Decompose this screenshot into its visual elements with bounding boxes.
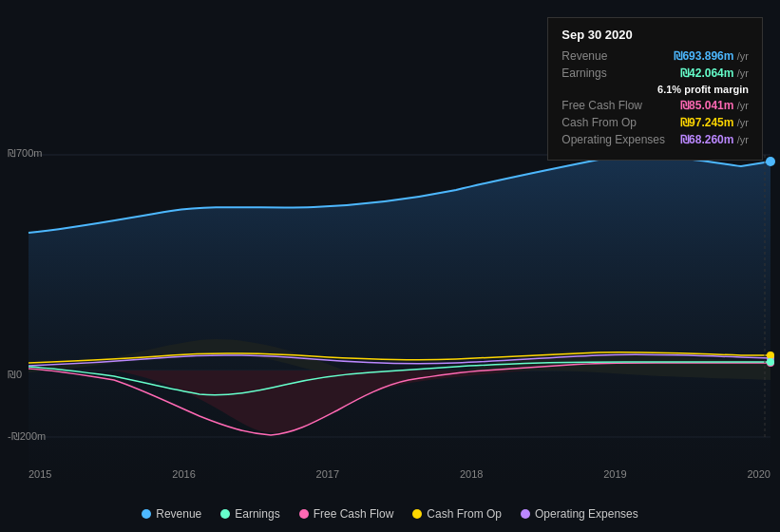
legend-fcf[interactable]: Free Cash Flow — [299, 507, 394, 521]
legend-cashfromop[interactable]: Cash From Op — [412, 507, 502, 521]
tooltip-fcf-row: Free Cash Flow ₪85.041m /yr — [561, 99, 749, 112]
x-label-2018: 2018 — [460, 468, 483, 480]
x-label-2015: 2015 — [29, 468, 51, 480]
tooltip-opex-row: Operating Expenses ₪68.260m /yr — [561, 133, 749, 146]
legend-label-cashfromop: Cash From Op — [427, 507, 502, 521]
chart-container: ₪700m ₪0 -₪200m 2015 2016 2017 2018 2019… — [0, 0, 780, 532]
legend-dot-opex — [521, 509, 530, 519]
legend-label-revenue: Revenue — [156, 507, 201, 521]
opex-value: ₪68.260m /yr — [680, 133, 749, 146]
opex-label: Operating Expenses — [561, 133, 665, 146]
legend-label-opex: Operating Expenses — [535, 507, 638, 521]
y-label-0: ₪0 — [8, 369, 22, 381]
tooltip-box: Sep 30 2020 Revenue ₪693.896m /yr Earnin… — [547, 17, 763, 161]
legend-dot-earnings — [220, 509, 230, 519]
legend-opex[interactable]: Operating Expenses — [521, 507, 638, 521]
tooltip-cashfromop-row: Cash From Op ₪97.245m /yr — [561, 116, 749, 129]
legend-label-fcf: Free Cash Flow — [314, 507, 394, 521]
svg-point-6 — [767, 352, 774, 359]
tooltip-date: Sep 30 2020 — [561, 28, 749, 42]
fcf-label: Free Cash Flow — [561, 99, 642, 112]
legend-revenue[interactable]: Revenue — [142, 507, 201, 521]
svg-point-4 — [766, 157, 775, 166]
cashfromop-label: Cash From Op — [561, 116, 637, 129]
earnings-label: Earnings — [561, 66, 606, 80]
legend-dot-fcf — [299, 509, 309, 519]
y-label-700: ₪700m — [8, 147, 43, 160]
x-axis: 2015 2016 2017 2018 2019 2020 — [29, 468, 770, 480]
legend-dot-revenue — [142, 509, 151, 519]
x-label-2016: 2016 — [172, 468, 195, 480]
tooltip-earnings-row: Earnings ₪42.064m /yr — [561, 66, 749, 80]
tooltip-revenue-row: Revenue ₪693.896m /yr — [561, 49, 749, 63]
svg-point-8 — [767, 358, 774, 366]
x-label-2017: 2017 — [316, 468, 339, 480]
chart-legend: Revenue Earnings Free Cash Flow Cash Fro… — [0, 507, 780, 521]
profit-margin: 6.1% profit margin — [561, 84, 749, 95]
legend-label-earnings: Earnings — [235, 507, 279, 521]
x-label-2020: 2020 — [747, 468, 770, 480]
earnings-value: ₪42.064m /yr — [680, 66, 749, 80]
y-label-neg200: -₪200m — [8, 430, 46, 443]
cashfromop-value: ₪97.245m /yr — [680, 116, 749, 129]
revenue-value: ₪693.896m /yr — [674, 49, 749, 63]
legend-earnings[interactable]: Earnings — [220, 507, 279, 521]
legend-dot-cashfromop — [412, 509, 422, 519]
fcf-value: ₪85.041m /yr — [680, 99, 749, 112]
x-label-2019: 2019 — [603, 468, 626, 480]
revenue-label: Revenue — [561, 49, 607, 63]
